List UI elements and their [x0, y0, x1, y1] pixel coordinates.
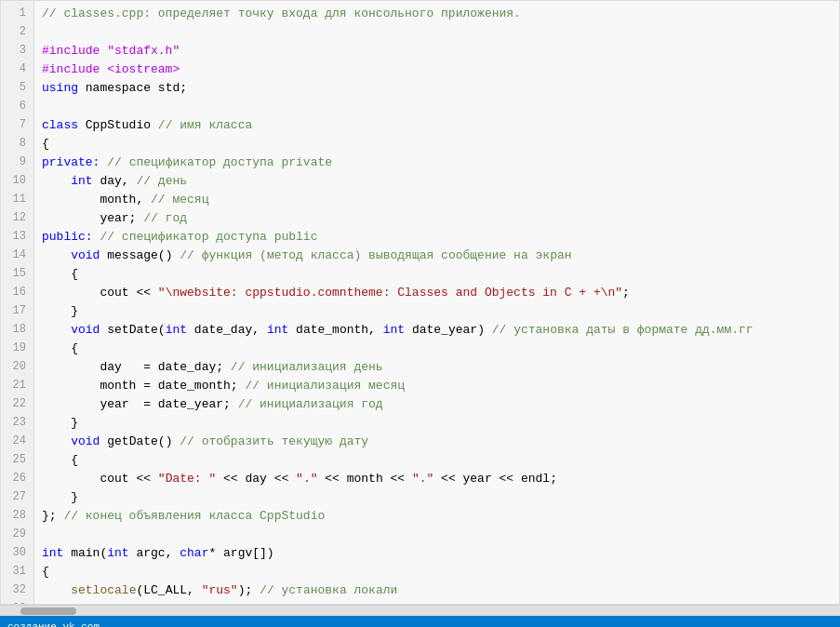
line-number: 2	[8, 23, 26, 42]
code-line: private: // спецификатор доступа private	[42, 153, 832, 172]
token: main(	[63, 544, 107, 564]
token: month = date_month;	[42, 377, 245, 396]
token: "."	[412, 470, 433, 489]
token: void	[71, 321, 100, 340]
code-line: year = date_year; // инициализация год	[42, 395, 832, 414]
token: cout <<	[42, 284, 158, 303]
code-content[interactable]: // classes.cpp: определяет точку входа д…	[34, 1, 839, 604]
code-line: #include <iostream>	[42, 60, 832, 79]
token: (LC_ALL,	[136, 581, 201, 601]
token: // год	[143, 209, 187, 229]
code-line: }	[42, 302, 832, 321]
code-line: setlocale(LC_ALL, "rus"); // установка л…	[42, 581, 832, 600]
line-number: 16	[8, 284, 26, 302]
line-number: 1	[8, 5, 26, 23]
line-number: 3	[8, 42, 26, 60]
line-number: 12	[8, 209, 26, 228]
code-line: int day, month, year;	[42, 600, 832, 604]
line-number: 31	[8, 563, 26, 581]
status-bar: создание vk.com	[0, 616, 840, 627]
token	[42, 433, 71, 452]
token	[42, 321, 71, 340]
line-number: 24	[8, 433, 26, 451]
line-numbers: 1234567891011121314151617181920212223242…	[1, 1, 34, 604]
line-number: 5	[8, 79, 26, 98]
token: "."	[296, 470, 317, 489]
token: int	[267, 321, 288, 340]
token: void	[71, 247, 100, 266]
code-line: int day, // день	[42, 172, 832, 191]
line-number: 7	[8, 116, 26, 135]
line-number: 6	[8, 98, 26, 116]
token: namespace std;	[78, 79, 187, 99]
token: message()	[100, 247, 180, 266]
code-line: // classes.cpp: определяет точку входа д…	[42, 5, 832, 23]
token: // инициализация месяц	[245, 377, 405, 396]
line-number: 29	[8, 526, 26, 544]
token: date_month,	[288, 321, 382, 340]
line-number: 9	[8, 153, 26, 172]
code-area: 1234567891011121314151617181920212223242…	[1, 1, 839, 604]
line-number: 10	[8, 172, 26, 191]
token: setDate(	[100, 321, 165, 340]
scrollbar-thumb[interactable]	[20, 607, 76, 615]
token: CppStudio	[78, 116, 158, 136]
token: year = date_year;	[42, 395, 238, 415]
token: year;	[42, 209, 143, 229]
code-line: cout << "Date: " << day << "." << month …	[42, 470, 832, 488]
token: class	[42, 116, 78, 136]
token: date_day,	[187, 321, 267, 340]
token: };	[42, 507, 63, 527]
line-number: 26	[8, 470, 26, 488]
token: void	[71, 433, 100, 452]
line-number: 27	[8, 488, 26, 507]
code-line: {	[42, 563, 832, 581]
token: int	[42, 544, 63, 564]
code-line: void setDate(int date_day, int date_mont…	[42, 321, 832, 340]
line-number: 21	[8, 377, 26, 395]
token: getDate()	[100, 433, 180, 452]
code-line: {	[42, 451, 832, 470]
code-line: using namespace std;	[42, 79, 832, 98]
token: date_year)	[405, 321, 492, 340]
token: // установка даты в формате дд.мм.гг	[492, 321, 753, 340]
token: public:	[42, 228, 93, 247]
line-number: 22	[8, 395, 26, 414]
line-number: 18	[8, 321, 26, 340]
token: // отобразить текущую дату	[180, 433, 368, 452]
code-line: void getDate() // отобразить текущую дат…	[42, 433, 832, 451]
code-line: {	[42, 265, 832, 284]
status-text: создание vk.com	[7, 621, 100, 627]
token: "\nwebsite: cppstudio.comntheme: Classes…	[158, 284, 622, 303]
token: {	[42, 135, 49, 154]
token: // функция (метод класса) выводящая сооб…	[180, 247, 571, 266]
token: // установка локали	[260, 581, 397, 601]
token: "rus"	[202, 581, 238, 601]
token: setlocale	[71, 581, 136, 601]
code-line: int main(int argc, char* argv[])	[42, 544, 832, 563]
code-line: }	[42, 414, 832, 433]
token: // спецификатор доступа public	[100, 228, 317, 247]
horizontal-scrollbar[interactable]	[0, 605, 840, 616]
token: {	[42, 451, 78, 471]
token: private:	[42, 153, 100, 173]
code-line: public: // спецификатор доступа public	[42, 228, 832, 247]
code-line: {	[42, 340, 832, 358]
token: #include <iostream>	[42, 60, 180, 80]
line-number: 14	[8, 247, 26, 265]
code-line: day = date_day; // инициализация день	[42, 358, 832, 377]
token: }	[42, 302, 78, 322]
token: << year << endl;	[433, 470, 557, 489]
code-line: #include "stdafx.h"	[42, 42, 832, 60]
token: // конец объявления класса CppStudio	[63, 507, 325, 527]
token: day, month, year;	[93, 600, 223, 604]
token	[42, 247, 71, 266]
line-number: 4	[8, 60, 26, 79]
token: // инициализация год	[238, 395, 383, 415]
code-line: month = date_month; // инициализация мес…	[42, 377, 832, 395]
token: ;	[622, 284, 630, 303]
line-number: 32	[8, 581, 26, 600]
token: argc,	[129, 544, 180, 564]
token: // день	[136, 172, 187, 192]
code-line: }; // конец объявления класса CppStudio	[42, 507, 832, 526]
